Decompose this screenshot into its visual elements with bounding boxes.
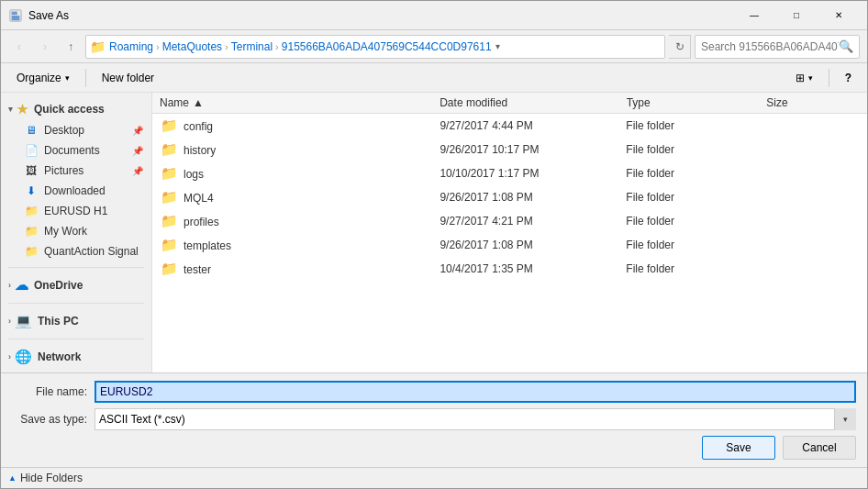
close-button[interactable]: ✕ [818, 1, 860, 30]
breadcrumb-bar: 📁 Roaming › MetaQuotes › Terminal › 9155… [85, 35, 665, 59]
bottom-bar: File name: Save as type: ASCII Text (*.c… [1, 372, 867, 467]
view-arrow: ▾ [808, 73, 813, 83]
table-row[interactable]: 📁logs 10/10/2017 1:17 PM File folder [152, 161, 867, 185]
onedrive-icon: ☁ [15, 277, 28, 294]
file-name-cell: 📁config [161, 117, 440, 134]
pictures-icon: 🖼 [24, 164, 39, 177]
back-icon: ‹ [17, 40, 21, 53]
saveastype-row: Save as type: ASCII Text (*.csv) ▾ [12, 408, 856, 430]
svg-rect-1 [12, 16, 20, 20]
new-folder-button[interactable]: New folder [94, 67, 162, 89]
desktop-icon: 🖥 [24, 124, 39, 137]
saveastype-label: Save as type: [12, 413, 95, 426]
sidebar-item-documents[interactable]: 📄 Documents 📌 [1, 140, 151, 161]
table-row[interactable]: 📁tester 10/4/2017 1:35 PM File folder [152, 257, 867, 281]
file-name-cell: 📁history [161, 141, 440, 158]
column-header-type[interactable]: Type [627, 96, 767, 109]
save-button[interactable]: Save [702, 436, 775, 460]
breadcrumb-dropdown-arrow[interactable]: ▾ [495, 41, 500, 51]
onedrive-header[interactable]: › ☁ OneDrive [1, 273, 151, 297]
organize-label: Organize [17, 72, 61, 84]
table-row[interactable]: 📁history 9/26/2017 10:17 PM File folder [152, 138, 867, 161]
breadcrumb-roaming[interactable]: Roaming [109, 40, 153, 53]
file-type-cell: File folder [626, 167, 765, 180]
folder-icon: 📁 [161, 189, 178, 205]
sidebar-item-desktop-label: Desktop [44, 124, 128, 137]
cancel-button[interactable]: Cancel [783, 436, 856, 460]
sidebar-divider-3 [8, 339, 144, 339]
quick-access-header[interactable]: ▾ ★ Quick access [1, 98, 151, 120]
thispc-header[interactable]: › 💻 This PC [1, 309, 151, 333]
sidebar-item-quantaction[interactable]: 📁 QuantAction Signal [1, 241, 151, 261]
quick-access-section: ▾ ★ Quick access 🖥 Desktop 📌 📄 Documents… [1, 96, 151, 263]
eurusd-icon: 📁 [24, 205, 39, 217]
mywork-icon: 📁 [24, 225, 39, 238]
folder-icon: 📁 [161, 261, 178, 276]
documents-pin-icon: 📌 [132, 146, 143, 156]
file-type-cell: File folder [626, 143, 765, 156]
file-name-cell: 📁MQL4 [161, 189, 440, 206]
search-input[interactable] [701, 40, 839, 53]
file-type-cell: File folder [626, 215, 765, 228]
saveastype-select[interactable]: ASCII Text (*.csv) [95, 408, 856, 430]
file-type-cell: File folder [626, 239, 765, 251]
table-row[interactable]: 📁config 9/27/2017 4:44 PM File folder [152, 114, 867, 138]
file-name-cell: 📁profiles [161, 213, 440, 229]
file-date-cell: 10/10/2017 1:17 PM [440, 167, 626, 180]
file-name-cell: 📁templates [161, 237, 440, 253]
refresh-button[interactable]: ↻ [669, 35, 691, 59]
quantaction-icon: 📁 [24, 245, 39, 258]
network-section: › 🌐 Network [1, 343, 151, 371]
column-header-size[interactable]: Size [766, 96, 860, 109]
sidebar-divider-2 [8, 303, 144, 304]
minimize-button[interactable]: — [733, 1, 775, 30]
file-type-cell: File folder [626, 262, 765, 275]
sidebar-item-pictures[interactable]: 🖼 Pictures 📌 [1, 161, 151, 181]
back-button[interactable]: ‹ [8, 36, 30, 58]
sidebar-divider-1 [8, 267, 144, 268]
table-row[interactable]: 📁MQL4 9/26/2017 1:08 PM File folder [152, 185, 867, 209]
thispc-section: › 💻 This PC [1, 307, 151, 335]
maximize-button[interactable]: □ [775, 1, 818, 30]
dialog-buttons: Save Cancel [12, 436, 856, 460]
sidebar-item-documents-label: Documents [44, 144, 128, 157]
network-header[interactable]: › 🌐 Network [1, 345, 151, 369]
breadcrumb-terminal[interactable]: Terminal [231, 40, 273, 53]
sidebar-item-downloaded[interactable]: ⬇ Downloaded [1, 181, 151, 201]
onedrive-section: › ☁ OneDrive [1, 272, 151, 299]
thispc-icon: 💻 [15, 313, 32, 329]
search-icon: 🔍 [839, 39, 853, 53]
help-button[interactable]: ? [837, 67, 860, 89]
dialog-title: Save As [28, 9, 733, 22]
column-header-name[interactable]: Name ▲ [160, 96, 440, 109]
view-icon: ⊞ [796, 72, 805, 84]
desktop-pin-icon: 📌 [132, 126, 143, 136]
view-button[interactable]: ⊞ ▾ [787, 67, 821, 89]
action-separator-2 [829, 69, 829, 87]
sidebar-item-eurusd[interactable]: 📁 EURUSD H1 [1, 201, 151, 221]
hide-folders-bar[interactable]: ▲ Hide Folders [1, 467, 867, 488]
svg-rect-2 [12, 11, 17, 15]
action-separator [85, 69, 86, 87]
downloaded-icon: ⬇ [24, 184, 39, 197]
sidebar-item-desktop[interactable]: 🖥 Desktop 📌 [1, 120, 151, 140]
folder-icon: 📁 [161, 117, 178, 133]
sidebar-item-mywork[interactable]: 📁 My Work [1, 221, 151, 241]
breadcrumb-hash[interactable]: 915566BA06ADA407569C544CC0D97611 [282, 40, 492, 53]
file-list-header: Name ▲ Date modified Type Size [152, 93, 867, 114]
onedrive-chevron: › [8, 281, 11, 290]
column-header-date[interactable]: Date modified [440, 96, 626, 109]
filename-input[interactable] [95, 381, 856, 403]
action-bar: Organize ▾ New folder ⊞ ▾ ? [1, 63, 867, 93]
breadcrumb-metaquotes[interactable]: MetaQuotes [162, 40, 222, 53]
pictures-pin-icon: 📌 [132, 166, 143, 176]
forward-button[interactable]: › [34, 36, 56, 58]
network-chevron: › [8, 352, 11, 361]
table-row[interactable]: 📁templates 9/26/2017 1:08 PM File folder [152, 233, 867, 257]
filename-row: File name: [12, 381, 856, 403]
onedrive-label: OneDrive [34, 279, 83, 292]
sidebar: ▾ ★ Quick access 🖥 Desktop 📌 📄 Documents… [1, 93, 152, 372]
organize-button[interactable]: Organize ▾ [8, 67, 78, 89]
table-row[interactable]: 📁profiles 9/27/2017 4:21 PM File folder [152, 209, 867, 233]
up-button[interactable]: ↑ [60, 36, 82, 58]
